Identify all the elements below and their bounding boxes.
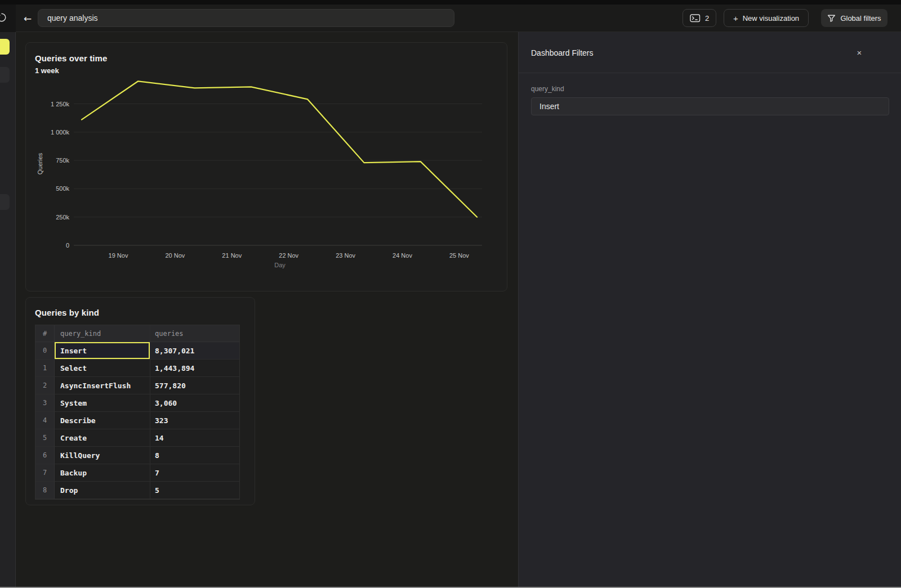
- sql-console-count-button[interactable]: 2: [683, 9, 716, 27]
- x-tick-label: 23 Nov: [336, 252, 355, 259]
- table-title: Queries by kind: [35, 308, 99, 317]
- table-cell-queries[interactable]: 323: [150, 412, 239, 429]
- y-tick-label: 750k: [56, 157, 69, 164]
- table-cell-query-kind[interactable]: Backup: [55, 464, 150, 482]
- queries-over-time-card: Queries over time 1 week 0250k500k750k1 …: [25, 42, 507, 291]
- table-body: 0Insert8,307,0211Select1,443,8942AsyncIn…: [35, 342, 239, 499]
- table-row-index: 5: [35, 429, 55, 447]
- table-row-index: 0: [35, 342, 55, 360]
- table-cell-query-kind[interactable]: Drop: [55, 482, 150, 499]
- table-row: 3System3,060: [35, 394, 239, 412]
- table-header-query_kind: query_kind: [55, 325, 150, 342]
- y-tick-label: 1 250k: [51, 101, 70, 107]
- table-header-queries: queries: [150, 325, 239, 342]
- funnel-icon: [827, 14, 836, 23]
- window-top-strip: [0, 0, 901, 5]
- y-tick-label: 0: [66, 242, 69, 249]
- table-cell-queries[interactable]: 1,443,894: [150, 360, 239, 377]
- table-row: 2AsyncInsertFlush577,820: [35, 377, 239, 394]
- table-header-index: #: [35, 325, 55, 342]
- queries-chart: 0250k500k750k1 000k1 250k19 Nov20 Nov21 …: [33, 77, 501, 273]
- table-cell-queries[interactable]: 8: [150, 447, 239, 464]
- dashboard-title-input[interactable]: [38, 9, 454, 27]
- global-filters-button[interactable]: Global filters: [821, 9, 887, 27]
- table-row-index: 8: [35, 482, 55, 499]
- page-tab-selected[interactable]: [0, 39, 10, 55]
- plus-icon: +: [733, 14, 738, 23]
- table-cell-queries[interactable]: 5: [150, 482, 239, 499]
- table-row: 6KillQuery8: [35, 447, 239, 464]
- table-row-index: 3: [35, 394, 55, 412]
- x-tick-label: 22 Nov: [279, 252, 298, 259]
- new-visualization-button[interactable]: + New visualization: [724, 9, 809, 27]
- pages-rail: [0, 32, 16, 588]
- table-cell-queries[interactable]: 7: [150, 464, 239, 482]
- chart-subtitle: 1 week: [35, 66, 59, 75]
- terminal-icon: [690, 14, 701, 23]
- table-cell-query-kind[interactable]: AsyncInsertFlush: [55, 377, 150, 394]
- query-kind-filter-value: Insert: [539, 102, 559, 111]
- y-tick-label: 250k: [56, 214, 69, 221]
- queries-by-kind-card: Queries by kind #query_kindqueries 0Inse…: [25, 297, 255, 505]
- table-row-index: 6: [35, 447, 55, 464]
- table-cell-queries[interactable]: 14: [150, 429, 239, 447]
- table-row: 7Backup7: [35, 464, 239, 482]
- query-kind-filter-label: query_kind: [531, 85, 564, 93]
- queries-line-series: [82, 81, 477, 217]
- x-tick-label: 19 Nov: [109, 252, 128, 259]
- table-cell-query-kind[interactable]: Insert: [55, 342, 150, 360]
- close-icon[interactable]: ×: [853, 46, 866, 59]
- table-row-index: 7: [35, 464, 55, 482]
- table-row: 1Select1,443,894: [35, 360, 239, 377]
- table-row: 0Insert8,307,021: [35, 342, 239, 360]
- table-row: 4Describe323: [35, 412, 239, 429]
- table-cell-query-kind[interactable]: Create: [55, 429, 150, 447]
- y-tick-label: 500k: [56, 185, 69, 192]
- table-cell-query-kind[interactable]: System: [55, 394, 150, 412]
- x-tick-label: 20 Nov: [165, 252, 185, 259]
- table-cell-queries[interactable]: 8,307,021: [150, 342, 239, 360]
- panel-divider: [519, 73, 901, 73]
- x-tick-label: 25 Nov: [449, 252, 469, 259]
- dashboard-filters-panel: Dashboard Filters × query_kind Insert: [518, 32, 901, 588]
- table-cell-queries[interactable]: 577,820: [150, 377, 239, 394]
- history-icon[interactable]: [0, 12, 7, 23]
- x-tick-label: 21 Nov: [222, 252, 242, 259]
- table-cell-query-kind[interactable]: Describe: [55, 412, 150, 429]
- table-row-index: 2: [35, 377, 55, 394]
- query-kind-filter-input[interactable]: Insert: [531, 97, 889, 115]
- table-row: 8Drop5: [35, 482, 239, 499]
- table-row-index: 4: [35, 412, 55, 429]
- page-tab[interactable]: [0, 67, 10, 83]
- table-cell-queries[interactable]: 3,060: [150, 394, 239, 412]
- panel-title: Dashboard Filters: [531, 48, 594, 57]
- table-cell-query-kind[interactable]: KillQuery: [55, 447, 150, 464]
- rail-top-cell: [0, 5, 16, 32]
- queries-table: #query_kindqueries 0Insert8,307,0211Sele…: [35, 325, 240, 500]
- page-tab[interactable]: [0, 194, 10, 210]
- y-axis-label: Queries: [37, 152, 43, 174]
- global-filters-label: Global filters: [840, 14, 881, 23]
- console-count: 2: [705, 14, 709, 23]
- main-content: Queries over time 1 week 0250k500k750k1 …: [16, 32, 518, 588]
- x-tick-label: 24 Nov: [392, 252, 412, 259]
- table-cell-query-kind[interactable]: Select: [55, 360, 150, 377]
- table-row: 5Create14: [35, 429, 239, 447]
- back-button[interactable]: ←: [20, 10, 35, 27]
- table-row-index: 1: [35, 360, 55, 377]
- x-axis-label: Day: [274, 262, 286, 268]
- y-tick-label: 1 000k: [51, 129, 70, 136]
- table-header-row: #query_kindqueries: [35, 325, 239, 342]
- topbar: ← 2 + New visualization Global filters: [0, 5, 901, 32]
- chart-title: Queries over time: [35, 53, 107, 63]
- new-visualization-label: New visualization: [743, 14, 799, 23]
